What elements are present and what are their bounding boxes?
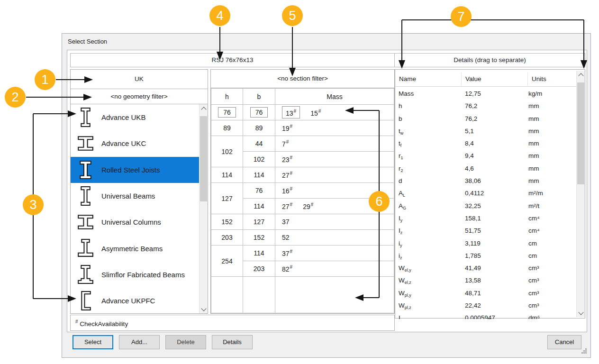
callout-badge-3: 3 bbox=[23, 194, 44, 215]
detail-row[interactable]: I0,0005947dm⁶ bbox=[395, 312, 576, 319]
h-cell[interactable]: 152 bbox=[211, 214, 243, 230]
mass-value[interactable]: 37 bbox=[282, 218, 290, 226]
mass-value[interactable]: 19# bbox=[282, 125, 292, 132]
mass-value[interactable]: 23# bbox=[282, 156, 292, 164]
b-cell[interactable]: 102 bbox=[243, 152, 275, 167]
section-type-item[interactable]: Advance UKPFC bbox=[71, 288, 199, 313]
h-cell[interactable]: 127 bbox=[211, 183, 243, 214]
mass-value[interactable]: 37# bbox=[282, 250, 292, 257]
details-button[interactable]: Details bbox=[212, 335, 253, 349]
detail-row[interactable]: AL0,4112m²/m bbox=[395, 187, 576, 200]
section-type-item[interactable]: Advance UKB bbox=[71, 104, 199, 130]
section-type-item[interactable]: Advance UKC bbox=[71, 130, 199, 156]
detail-row[interactable]: h76,2mm bbox=[395, 100, 576, 112]
details-header[interactable]: Details (drag to separate) bbox=[394, 53, 585, 67]
select-button[interactable]: Select bbox=[73, 335, 113, 349]
b-cell[interactable]: 89 bbox=[243, 120, 275, 136]
section-type-item[interactable]: Universal Beams bbox=[71, 183, 199, 209]
scroll-up-icon[interactable] bbox=[577, 71, 585, 79]
mass-cell[interactable]: 82# bbox=[275, 261, 394, 277]
geometry-filter[interactable]: <no geometry filter> bbox=[71, 89, 208, 104]
scrollbar-thumb[interactable] bbox=[200, 116, 207, 201]
detail-row[interactable]: Wpl,z22,42cm³ bbox=[395, 300, 576, 312]
mass-cell[interactable]: 23# bbox=[275, 152, 394, 167]
h-cell[interactable]: 76 bbox=[211, 105, 243, 120]
detail-row[interactable]: b76,2mm bbox=[395, 113, 576, 125]
section-type-item[interactable]: Universal Columns bbox=[71, 209, 199, 235]
mass-cell[interactable]: 37# bbox=[275, 246, 394, 261]
section-type-label: Advance UKC bbox=[101, 139, 146, 147]
detail-row[interactable]: r24,6mm bbox=[395, 163, 576, 175]
section-type-item[interactable]: Slimflor Fabricated Beams bbox=[71, 262, 199, 288]
scroll-down-icon[interactable] bbox=[577, 309, 585, 317]
detail-row[interactable]: Wel,y41,49cm³ bbox=[395, 262, 576, 274]
mass-cell[interactable]: 37 bbox=[275, 214, 394, 230]
detail-row[interactable]: Wpl,y48,71cm³ bbox=[395, 287, 576, 300]
dialog-titlebar[interactable]: Select Section bbox=[62, 34, 590, 49]
column-header-mass[interactable]: Mass bbox=[275, 89, 394, 105]
mass-value[interactable]: 15# bbox=[310, 109, 321, 117]
h-cell[interactable]: 203 bbox=[211, 230, 243, 246]
mass-value[interactable]: 29# bbox=[303, 203, 313, 210]
mass-value[interactable]: 27# bbox=[282, 172, 292, 179]
b-cell[interactable]: 203 bbox=[243, 261, 275, 277]
section-filter[interactable]: <no section filter> bbox=[211, 70, 394, 88]
detail-units: cm³ bbox=[528, 300, 539, 312]
h-cell[interactable]: 254 bbox=[211, 246, 243, 277]
detail-row[interactable]: tw5,1mm bbox=[395, 125, 576, 137]
detail-row[interactable]: iz1,785cm bbox=[395, 250, 576, 262]
ibeam-narrow-icon bbox=[77, 107, 94, 128]
mass-cell[interactable]: 7# bbox=[275, 136, 394, 152]
mass-value[interactable]: 7# bbox=[282, 140, 289, 148]
delete-button[interactable]: Delete bbox=[165, 335, 206, 349]
mass-cell[interactable]: 19# bbox=[275, 120, 394, 136]
scroll-up-icon[interactable] bbox=[200, 104, 208, 112]
detail-row[interactable]: iy3,119cm bbox=[395, 237, 576, 250]
b-cell[interactable]: 76 bbox=[243, 183, 275, 199]
mass-cell[interactable]: 13#15# bbox=[275, 105, 394, 120]
detail-name: Mass bbox=[399, 88, 414, 100]
column-header-h[interactable]: h bbox=[211, 89, 243, 105]
h-cell[interactable]: 114 bbox=[211, 167, 243, 183]
mass-cell[interactable]: 27# bbox=[275, 167, 394, 183]
b-cell[interactable]: 114 bbox=[243, 246, 275, 261]
details-col-units[interactable]: Units bbox=[528, 73, 577, 87]
detail-row[interactable]: Mass12,75kg/m bbox=[395, 88, 576, 100]
b-cell[interactable]: 114 bbox=[243, 199, 275, 214]
detail-row[interactable]: Iz51,75cm⁴ bbox=[395, 225, 576, 237]
mass-value[interactable]: 16# bbox=[282, 187, 292, 195]
mass-value[interactable]: 52 bbox=[282, 234, 290, 241]
add-button[interactable]: Add... bbox=[119, 335, 160, 349]
detail-row[interactable]: tf8,4mm bbox=[395, 137, 576, 150]
section-list-scrollbar[interactable] bbox=[199, 104, 208, 313]
detail-row[interactable]: Iy158,1cm⁴ bbox=[395, 212, 576, 225]
details-scrollbar[interactable] bbox=[576, 71, 585, 317]
detail-row[interactable]: AG32,25m²/t bbox=[395, 200, 576, 212]
b-cell[interactable]: 152 bbox=[243, 230, 275, 246]
section-type-item[interactable]: Rolled Steel Joists bbox=[71, 157, 199, 183]
h-cell[interactable]: 102 bbox=[211, 136, 243, 167]
mass-value[interactable]: 27# bbox=[282, 203, 292, 210]
b-cell[interactable]: 76 bbox=[243, 105, 275, 120]
details-col-name[interactable]: Name bbox=[395, 73, 462, 87]
section-size-row: 11411427# bbox=[211, 167, 394, 183]
detail-row[interactable]: Wel,z13,58cm³ bbox=[395, 274, 576, 287]
detail-name: d bbox=[399, 175, 402, 187]
resize-grip-icon[interactable] bbox=[581, 348, 583, 350]
section-type-item[interactable]: Asymmetric Beams bbox=[71, 235, 199, 261]
mass-value[interactable]: 13# bbox=[282, 106, 300, 118]
h-cell[interactable]: 89 bbox=[211, 120, 243, 136]
database-name-header[interactable]: UK bbox=[71, 70, 208, 89]
detail-row[interactable]: d38,06mm bbox=[395, 175, 576, 187]
cancel-button[interactable]: Cancel bbox=[547, 335, 581, 349]
mass-cell[interactable]: 52 bbox=[275, 230, 394, 246]
scrollbar-thumb[interactable] bbox=[577, 82, 584, 184]
scroll-down-icon[interactable] bbox=[200, 305, 208, 313]
b-cell[interactable]: 44 bbox=[243, 136, 275, 152]
mass-value[interactable]: 82# bbox=[282, 265, 292, 273]
b-cell[interactable]: 127 bbox=[243, 214, 275, 230]
detail-row[interactable]: r19,4mm bbox=[395, 150, 576, 162]
column-header-b[interactable]: b bbox=[243, 89, 275, 105]
details-col-value[interactable]: Value bbox=[462, 73, 528, 87]
b-cell[interactable]: 114 bbox=[243, 167, 275, 183]
